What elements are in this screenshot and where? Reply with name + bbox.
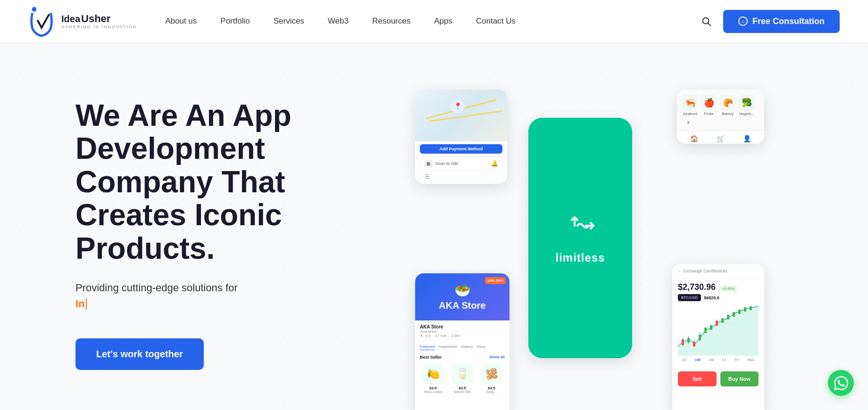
- aka-product-snap: 🫚 $3.5 Snap...: [478, 363, 505, 394]
- aka-store-info: AKA Store Groceries ★ 4.5 · 17 min · 2.9…: [415, 320, 509, 342]
- ride-payment-btn: Add Payment Method: [420, 144, 502, 154]
- aka-tab-featured: Featured: [420, 344, 435, 350]
- limitless-inner: limitless: [528, 118, 632, 358]
- ride-menu-icon: ☰: [425, 173, 430, 180]
- aka-tab-dairy: Dairy: [477, 344, 486, 350]
- ride-bottom: Add Payment Method ⊞ Scan to ride 🔔 ☰: [415, 141, 507, 183]
- grocery-seafood: 🦐 Seafood: [682, 94, 698, 116]
- limes-icon: 🍋: [423, 363, 444, 385]
- aka-banner: 🥗 AKA Store 30% OFF: [415, 273, 509, 320]
- crypto-price: $2,730.96: [678, 282, 716, 292]
- crypto-pair-row: BTC/USD $6829.8: [672, 294, 764, 304]
- aka-product-limes: 🍋 $3.5 Tesco Limes: [420, 363, 446, 394]
- scan-text: Scan to ride: [435, 161, 458, 166]
- hero-content: We Are An App Development Company That C…: [75, 80, 377, 370]
- aka-bestseller-header: Best Seller Show all: [415, 353, 509, 361]
- crypto-sell-button[interactable]: Sell: [678, 371, 717, 386]
- grocery-categories: 🦐 Seafood 🍎 Fruits 🥐 Bakery 🥦 Vegeta... …: [677, 90, 764, 131]
- fruits-icon: 🍎: [701, 94, 717, 111]
- svg-line-2: [708, 23, 710, 25]
- ride-pin: 📍: [451, 99, 465, 113]
- typing-cursor: [86, 298, 87, 310]
- whatsapp-button[interactable]: [828, 370, 854, 396]
- svg-rect-23: [738, 310, 741, 314]
- consultation-icon: ○: [738, 16, 748, 26]
- vegetables-label: Vegeta...: [739, 112, 754, 116]
- crypto-tf-1w[interactable]: 1W: [695, 358, 701, 362]
- crypto-tf-1y[interactable]: 1Y: [722, 358, 726, 362]
- navigation: Idea Usher USHERING IN INNOVATION About …: [0, 0, 868, 42]
- limitless-logo: [561, 212, 599, 242]
- svg-rect-19: [710, 325, 712, 330]
- aka-tab-vegetables: Vegetables: [439, 344, 458, 350]
- crypto-chart: [672, 304, 764, 356]
- search-button[interactable]: [701, 16, 711, 26]
- crypto-tf-1m[interactable]: 1M: [709, 358, 714, 362]
- crypto-buy-button[interactable]: Buy Now: [720, 371, 759, 386]
- aka-store-sub: Groceries: [420, 329, 505, 334]
- aka-discount-badge: 30% OFF: [485, 277, 506, 284]
- nav-portfolio[interactable]: Portfolio: [220, 16, 250, 26]
- crypto-badge: +0.45%: [719, 286, 737, 292]
- crypto-tf-5y[interactable]: 5Y: [734, 358, 739, 362]
- hero-title: We Are An App Development Company That C…: [75, 99, 377, 265]
- nav-services[interactable]: Services: [274, 16, 304, 26]
- hero-typed-text: In: [75, 298, 377, 310]
- seafood-label: Seafood: [683, 112, 697, 116]
- limitless-card: limitless: [528, 118, 632, 358]
- svg-rect-24: [744, 307, 746, 312]
- vegetables-icon: 🥦: [738, 94, 755, 111]
- grocery-home-icon: 🏠: [690, 135, 698, 142]
- svg-rect-25: [750, 306, 752, 310]
- logo[interactable]: Idea Usher USHERING IN INNOVATION: [28, 5, 137, 38]
- crypto-action-btns: Sell Buy Now: [672, 368, 764, 390]
- grocery-bakery: 🥐 Bakery: [719, 94, 736, 116]
- svg-rect-22: [733, 312, 735, 317]
- free-consultation-button[interactable]: ○ Free Consultation: [723, 10, 840, 33]
- crypto-tf-max[interactable]: Max: [747, 358, 754, 362]
- grocery-nav: 🏠 🛒 👤: [677, 131, 764, 144]
- seafood-icon: 🦐: [682, 94, 698, 111]
- grocery-cart-icon: 🛒: [717, 135, 725, 142]
- nav-right: ○ Free Consultation: [701, 10, 840, 33]
- logo-usher: Usher: [81, 14, 110, 24]
- aka-rating: ★ 4.5 · 17 min · 2.9m: [420, 334, 505, 338]
- hero-apps: 📍 Add Payment Method ⊞ Scan to ride 🔔 ☰ …: [406, 80, 793, 410]
- nav-web3[interactable]: Web3: [328, 16, 349, 26]
- grocery-fruits: 🍎 Fruits: [701, 94, 717, 116]
- scan-icon: ⊞: [424, 159, 433, 168]
- aka-product-milk: 🥛 $3.5 Marvel Milk: [449, 363, 476, 394]
- svg-rect-20: [721, 318, 724, 323]
- aka-store-banner-name: AKA Store: [439, 300, 485, 311]
- limitless-text: limitless: [555, 251, 605, 264]
- grocery-profile-icon: 👤: [743, 135, 751, 142]
- fruits-label: Fruits: [704, 112, 714, 116]
- snap-icon: 🫚: [481, 363, 502, 385]
- nav-resources[interactable]: Resources: [372, 16, 410, 26]
- aka-tab-bakery: Bakery: [461, 344, 473, 350]
- ride-scan: ⊞ Scan to ride 🔔: [420, 156, 502, 171]
- bakery-icon: 🥐: [719, 94, 736, 111]
- work-together-button[interactable]: Let's work together: [75, 338, 204, 370]
- crypto-pair: BTC/USD: [678, 294, 701, 301]
- svg-point-0: [32, 7, 37, 12]
- grocery-vegetables: 🥦 Vegeta...: [738, 94, 755, 116]
- svg-rect-21: [727, 315, 729, 320]
- grocery-card: 🦐 Seafood 🍎 Fruits 🥐 Bakery 🥦 Vegeta... …: [677, 90, 764, 144]
- nav-contact-us[interactable]: Contact Us: [476, 16, 516, 26]
- crypto-back: ← Exchange Candlesticks: [678, 269, 759, 273]
- crypto-header: ← Exchange Candlesticks: [672, 264, 764, 279]
- ride-nav-icons: ☰: [420, 171, 502, 180]
- nav-apps[interactable]: Apps: [434, 16, 452, 26]
- logo-tagline: USHERING IN INNOVATION: [61, 25, 137, 29]
- aka-tabs: Featured Vegetables Bakery Dairy: [415, 342, 509, 353]
- hero-subtitle: Providing cutting-edge solutions for: [75, 282, 377, 294]
- crypto-pair-price: $6829.8: [704, 295, 719, 300]
- crypto-price-row: $2,730.96 +0.45%: [672, 279, 764, 294]
- nav-about-us[interactable]: About us: [165, 16, 197, 26]
- bakery-label: Bakery: [722, 112, 734, 116]
- aka-store-card: 🥗 AKA Store 30% OFF AKA Store Groceries …: [415, 273, 509, 410]
- crypto-tf-1d[interactable]: 1D: [682, 358, 687, 362]
- hero-section: We Are An App Development Company That C…: [0, 42, 868, 410]
- ride-app-card: 📍 Add Payment Method ⊞ Scan to ride 🔔 ☰: [415, 90, 507, 184]
